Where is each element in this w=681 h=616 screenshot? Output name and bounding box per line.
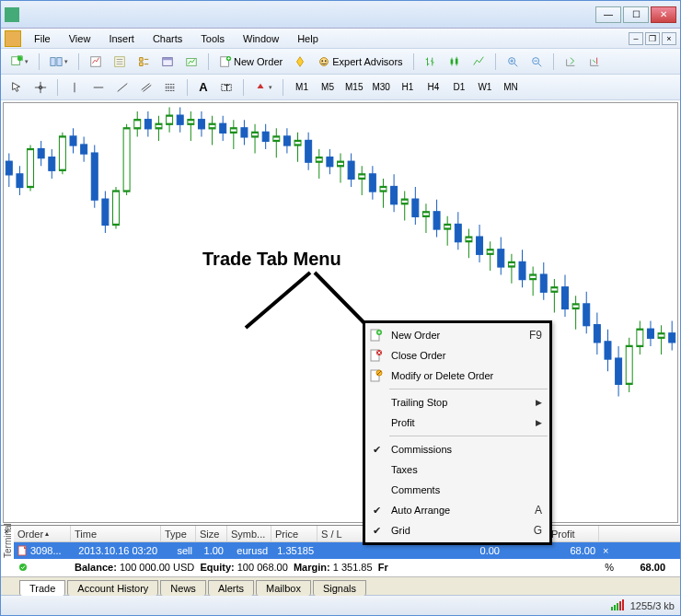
menu-help[interactable]: Help: [288, 31, 328, 46]
timeframe-m30[interactable]: M30: [368, 78, 393, 97]
timeframe-m1[interactable]: M1: [290, 78, 314, 97]
line-chart-button[interactable]: [468, 52, 489, 71]
mdi-close-button[interactable]: ×: [662, 32, 676, 45]
svg-rect-34: [70, 136, 76, 145]
trendline-button[interactable]: [112, 78, 133, 97]
menu-file[interactable]: File: [25, 31, 60, 46]
app-icon: [5, 7, 19, 22]
timeframe-h1[interactable]: H1: [396, 78, 420, 97]
svg-rect-92: [380, 187, 387, 192]
expert-advisors-button[interactable]: Expert Advisors: [314, 52, 406, 71]
data-window-button[interactable]: [110, 52, 130, 71]
terminal-tab-alerts[interactable]: Alerts: [208, 580, 254, 596]
zoom-out-button[interactable]: [526, 52, 547, 71]
cm-close-order[interactable]: Close Order: [365, 345, 549, 366]
trade-row-selected[interactable]: 3098... 2013.10.16 03:20 sell 1.00 eurus…: [14, 542, 680, 559]
col-header[interactable]: Type: [161, 526, 196, 541]
mdi-restore-button[interactable]: ❐: [645, 32, 660, 45]
svg-rect-112: [487, 250, 493, 254]
terminal-panel: × Terminal Order ▴TimeTypeSizeSymb...Pri…: [1, 525, 680, 576]
strategy-tester-button[interactable]: [181, 52, 202, 71]
svg-rect-30: [49, 157, 55, 170]
timeframe-m5[interactable]: M5: [316, 78, 340, 97]
order-type: sell: [161, 545, 196, 556]
svg-rect-108: [466, 238, 472, 242]
timeframe-d1[interactable]: D1: [447, 78, 471, 97]
text-label-button[interactable]: T: [216, 78, 237, 97]
menu-insert[interactable]: Insert: [99, 31, 144, 46]
svg-rect-146: [669, 333, 675, 342]
svg-rect-48: [144, 120, 151, 128]
bar-chart-button[interactable]: [421, 52, 441, 71]
arrows-button[interactable]: ▾: [250, 78, 276, 97]
svg-rect-15: [455, 58, 457, 64]
market-watch-button[interactable]: [86, 52, 106, 71]
zoom-in-button[interactable]: [502, 52, 523, 71]
svg-text:T: T: [224, 81, 229, 91]
new-chart-button[interactable]: ▾: [6, 52, 32, 71]
vline-button[interactable]: [64, 78, 85, 97]
cm-comments[interactable]: Comments: [365, 480, 549, 500]
terminal-tab-account-history[interactable]: Account History: [67, 580, 158, 596]
new-order-button[interactable]: New Order: [215, 52, 286, 71]
svg-rect-24: [17, 174, 23, 187]
terminal-tab-news[interactable]: News: [160, 580, 206, 596]
chart-shift-button[interactable]: [584, 52, 605, 71]
auto-scroll-button[interactable]: [560, 52, 581, 71]
col-header[interactable]: Time: [71, 526, 161, 541]
svg-rect-122: [540, 275, 547, 292]
menu-charts[interactable]: Charts: [144, 31, 191, 46]
cm-grid[interactable]: ✔GridG: [365, 520, 549, 540]
col-header[interactable]: S / L: [317, 526, 364, 541]
svg-rect-90: [369, 174, 375, 191]
order-close-x[interactable]: ×: [599, 545, 610, 556]
crosshair-button[interactable]: [30, 78, 51, 97]
svg-rect-50: [156, 124, 162, 129]
timeframe-w1[interactable]: W1: [473, 78, 497, 97]
metaquotes-button[interactable]: [290, 52, 310, 71]
channel-button[interactable]: [136, 78, 156, 97]
menu-tools[interactable]: Tools: [191, 31, 234, 46]
col-header[interactable]: Order ▴: [14, 526, 71, 541]
candle-chart-button[interactable]: [444, 52, 465, 71]
hline-button[interactable]: [88, 78, 109, 97]
col-header[interactable]: Price: [271, 526, 317, 541]
svg-point-12: [322, 60, 324, 62]
col-header[interactable]: Size: [196, 526, 227, 541]
text-button[interactable]: A: [194, 78, 213, 97]
cm-taxes[interactable]: Taxes: [365, 459, 549, 480]
terminal-button[interactable]: [157, 52, 178, 71]
cm-commissions[interactable]: ✔Commissions: [365, 439, 549, 459]
profiles-button[interactable]: ▾: [46, 52, 72, 71]
terminal-tab-signals[interactable]: Signals: [313, 580, 366, 596]
minimize-button[interactable]: —: [595, 6, 621, 23]
menu-window[interactable]: Window: [234, 31, 288, 46]
terminal-tab-mailbox[interactable]: Mailbox: [256, 580, 311, 596]
col-header[interactable]: Symb...: [227, 526, 271, 541]
svg-rect-140: [637, 330, 643, 346]
order-symbol: eurusd: [227, 545, 271, 556]
mt-icon: [5, 30, 21, 47]
menu-view[interactable]: View: [60, 31, 100, 46]
svg-rect-72: [273, 136, 280, 141]
timeframe-mn[interactable]: MN: [499, 78, 523, 97]
cm-profit[interactable]: Profit▶: [365, 413, 549, 433]
svg-rect-3: [57, 57, 62, 65]
fibo-button[interactable]: [160, 78, 180, 97]
svg-rect-42: [113, 192, 120, 225]
chart-area[interactable]: [3, 102, 678, 523]
cm-new-order[interactable]: New OrderF9: [365, 325, 549, 345]
navigator-button[interactable]: [133, 52, 154, 71]
timeframe-m15[interactable]: M15: [341, 78, 366, 97]
terminal-tab-trade[interactable]: Trade: [19, 580, 65, 596]
mdi-minimize-button[interactable]: –: [629, 32, 643, 45]
timeframe-h4[interactable]: H4: [421, 78, 445, 97]
svg-rect-130: [583, 304, 590, 325]
cm-trailing-stop[interactable]: Trailing Stop▶: [365, 392, 549, 413]
close-button[interactable]: ✕: [651, 6, 676, 23]
cm-modify-order[interactable]: Modify or Delete Order: [365, 366, 549, 386]
maximize-button[interactable]: ☐: [623, 6, 649, 23]
col-header[interactable]: Profit: [548, 526, 599, 541]
cm-auto-arrange[interactable]: ✔Auto ArrangeA: [365, 500, 549, 520]
cursor-button[interactable]: [6, 78, 27, 97]
